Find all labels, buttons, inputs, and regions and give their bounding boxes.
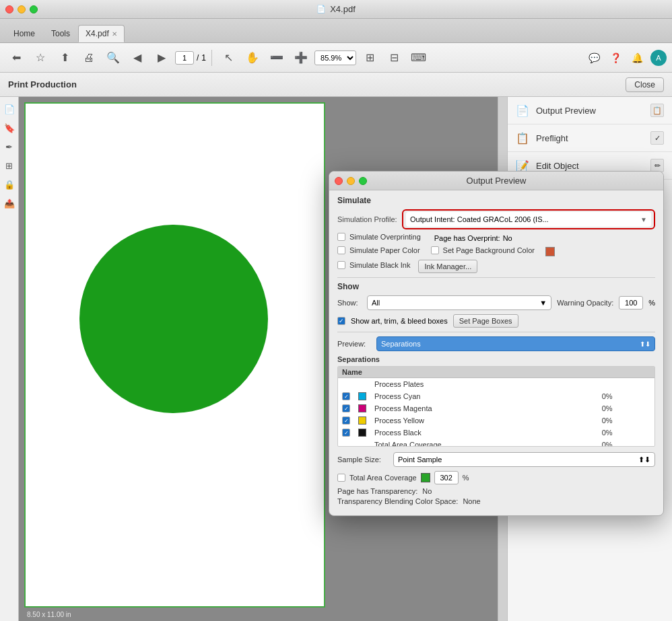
simulation-profile-dropdown-outlined: Output Intent: Coated GRACoL 2006 (IS...…	[402, 209, 655, 229]
sample-dropdown-arrow: ⬆⬇	[638, 455, 650, 464]
tab-tools[interactable]: Tools	[43, 25, 78, 42]
page-size-label: 8.50 x 11.00 in	[27, 611, 71, 618]
opacity-input[interactable]	[619, 296, 643, 309]
zoom-out-btn[interactable]: ➖	[266, 47, 288, 69]
upload-btn[interactable]: ⬆	[54, 47, 75, 69]
zoom-out-magnify-btn[interactable]: 🔍	[102, 47, 124, 69]
help-icon-btn[interactable]: ❓	[607, 50, 624, 66]
simulation-profile-row: Simulation Profile: Output Intent: Coate…	[337, 209, 655, 229]
left-sidebar: 📄 🔖 ✒ ⊞ 🔒 📤	[0, 97, 19, 621]
sample-size-row: Sample Size: Point Sample ⬆⬇	[337, 452, 655, 467]
page-input[interactable]	[175, 51, 194, 65]
traffic-lights[interactable]	[5, 5, 38, 13]
preview-label: Preview:	[337, 340, 371, 348]
tac-value-input[interactable]	[434, 471, 459, 484]
show-section-label: Show	[337, 282, 655, 291]
back-btn[interactable]: ⬅	[5, 47, 27, 69]
sidebar-bookmarks-icon[interactable]: 🔖	[3, 121, 16, 135]
simulate-section-label: Simulate	[337, 196, 655, 205]
show-dropdown-arrow: ▼	[539, 299, 547, 307]
comment-icon-btn[interactable]: 💬	[586, 50, 602, 66]
simulation-profile-dropdown[interactable]: Output Intent: Coated GRACoL 2006 (IS...…	[406, 212, 651, 227]
transparency-blending-row: Transparency Blending Color Space: None	[337, 497, 655, 505]
tac-row: Total Area Coverage %	[337, 471, 655, 484]
star-btn[interactable]: ☆	[30, 47, 51, 69]
output-preview-panel-item[interactable]: 📄 Output Preview 📋	[508, 97, 672, 124]
sep-black-checkbox[interactable]: ✓	[342, 429, 350, 437]
sample-size-dropdown[interactable]: Point Sample ⬆⬇	[393, 452, 655, 467]
table-row: Total Area Coverage 0%	[338, 439, 654, 447]
sidebar-layers-icon[interactable]: ⊞	[3, 159, 16, 172]
zoom-in-btn[interactable]: ➕	[290, 47, 312, 69]
sep-magenta-checkbox[interactable]: ✓	[342, 404, 350, 412]
simulate-black-cb-row: Simulate Black Ink	[337, 261, 410, 269]
page-transparency-row: Page has Transparency: No	[337, 487, 655, 495]
window-title: 📄 X4.pdf	[316, 4, 356, 14]
sep-header: Name	[338, 367, 654, 378]
bg-color-swatch[interactable]	[545, 247, 555, 256]
layout-btn[interactable]: ⊟	[383, 47, 405, 69]
maximize-traffic-light[interactable]	[30, 5, 38, 13]
tab-x4pdf[interactable]: X4.pdf ✕	[78, 25, 125, 42]
sample-size-label: Sample Size:	[337, 455, 388, 464]
edit-object-panel-icon-right: ✏	[650, 159, 664, 172]
hand-tool[interactable]: ✋	[242, 47, 263, 69]
next-btn[interactable]: ▶	[151, 47, 172, 69]
separations-container: Name Process Plates ✓	[337, 366, 655, 447]
print-production-title: Print Production	[8, 79, 626, 89]
sep-yellow-checkbox[interactable]: ✓	[342, 416, 350, 425]
close-button[interactable]: Close	[626, 77, 664, 92]
print-btn[interactable]: 🖨	[78, 47, 100, 69]
magenta-swatch	[358, 404, 366, 412]
simulation-profile-label: Simulation Profile:	[337, 215, 398, 223]
dialog-maximize-light[interactable]	[359, 177, 367, 185]
prev-btn[interactable]: ◀	[127, 47, 148, 69]
tac-color-swatch[interactable]	[421, 473, 430, 482]
page-nav: / 1	[175, 51, 206, 65]
sidebar-export-icon[interactable]: 📤	[3, 196, 16, 210]
table-row: Process Plates	[338, 378, 654, 390]
sidebar-pages-icon[interactable]: 📄	[3, 102, 16, 116]
paper-color-row: Simulate Paper Color Set Page Background…	[337, 246, 655, 257]
show-dropdown[interactable]: All ▼	[367, 295, 551, 310]
black-ink-row: Simulate Black Ink Ink Manager...	[337, 260, 655, 273]
dialog-title: Output Preview	[467, 176, 527, 186]
yellow-swatch	[358, 416, 366, 425]
show-row: Show: All ▼ Warning Opacity: %	[337, 295, 655, 310]
simulate-black-checkbox[interactable]	[337, 261, 345, 269]
dialog-minimize-light[interactable]	[347, 177, 355, 185]
set-page-bg-checkbox[interactable]	[431, 246, 439, 254]
divider-2	[337, 332, 655, 332]
tac-checkbox[interactable]	[337, 474, 345, 482]
dialog-traffic-lights[interactable]	[335, 177, 367, 185]
minimize-traffic-light[interactable]	[18, 5, 26, 13]
cursor-tool[interactable]: ↖	[217, 47, 239, 69]
page-canvas	[24, 102, 325, 608]
simulate-paper-checkbox[interactable]	[337, 246, 345, 254]
sep-cyan-checkbox[interactable]: ✓	[342, 392, 350, 400]
sidebar-signatures-icon[interactable]: ✒	[3, 140, 16, 153]
notification-icon-btn[interactable]: 🔔	[629, 50, 645, 66]
sidebar-security-icon[interactable]: 🔒	[3, 178, 16, 191]
zoom-select[interactable]: 85.9%	[314, 50, 356, 65]
fit-btn[interactable]: ⊞	[359, 47, 380, 69]
ink-manager-button[interactable]: Ink Manager...	[418, 260, 477, 273]
show-label: Show:	[337, 299, 362, 307]
tab-home[interactable]: Home	[5, 25, 43, 42]
set-page-boxes-button[interactable]: Set Page Boxes	[453, 314, 518, 328]
overprint-row: Simulate Overprinting Page has Overprint…	[337, 233, 655, 244]
preview-dropdown[interactable]: Separations ⬆⬇	[376, 336, 655, 351]
separations-section-label: Separations	[337, 355, 655, 363]
table-row: ✓ Process Cyan 0%	[338, 390, 654, 402]
table-row: ✓ Process Yellow 0%	[338, 414, 654, 427]
dialog-close-light[interactable]	[335, 177, 343, 185]
preflight-icon: 📋	[516, 131, 529, 145]
keyboard-btn[interactable]: ⌨	[407, 47, 429, 69]
tab-close-icon[interactable]: ✕	[112, 30, 117, 38]
preflight-panel-item[interactable]: 📋 Preflight ✓	[508, 124, 672, 152]
close-traffic-light[interactable]	[5, 5, 13, 13]
simulate-overprinting-checkbox[interactable]	[337, 233, 345, 241]
avatar[interactable]: A	[650, 50, 667, 66]
art-trim-checkbox[interactable]: ✓	[337, 317, 345, 325]
output-preview-dialog[interactable]: Output Preview Simulate Simulation Profi…	[329, 171, 664, 516]
